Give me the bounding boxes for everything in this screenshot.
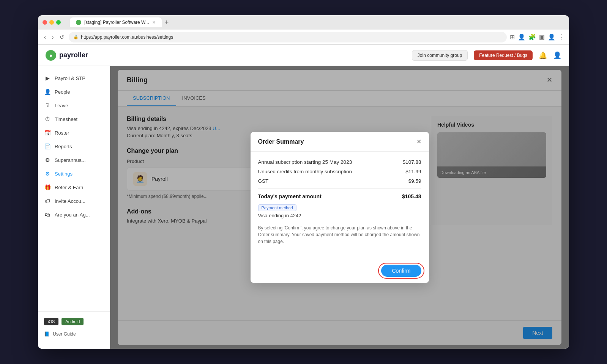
main-layout: ▶ Payroll & STP 👤 People 🗓 Leave ⏱ Times… — [38, 66, 569, 349]
address-bar[interactable]: 🔒 https://app.payroller.com.au/business/… — [69, 32, 507, 42]
sidebar-item-agent[interactable]: 🛍 Are you an Ag... — [38, 209, 110, 221]
sidebar-item-invite[interactable]: 🏷 Invite Accou... — [38, 195, 110, 207]
order-line-1-label: Unused credits from monthly subscription — [258, 169, 352, 174]
order-line-1: Unused credits from monthly subscription… — [258, 169, 421, 174]
user-menu-icon[interactable]: 👤 — [553, 51, 561, 60]
sidebar-item-payroll[interactable]: ▶ Payroll & STP — [38, 72, 110, 84]
sidebar-item-people[interactable]: 👤 People — [38, 86, 110, 98]
sidebar-item-reports[interactable]: 📄 Reports — [38, 140, 110, 152]
logo: ● payroller — [46, 50, 88, 61]
notification-icon[interactable]: 🔔 — [539, 51, 547, 60]
url-text: https://app.payroller.com.au/business/se… — [81, 35, 173, 40]
order-total-value: $105.48 — [402, 193, 421, 199]
order-line-0-value: $107.88 — [403, 159, 421, 165]
reports-icon: 📄 — [44, 143, 51, 149]
order-modal-title: Order Summary — [258, 138, 304, 145]
order-overlay: Order Summary ✕ Annual subscription star… — [110, 66, 569, 349]
extensions-icon[interactable]: ⊞ — [510, 33, 515, 41]
ios-badge[interactable]: iOS — [44, 318, 58, 325]
sidebar-item-refer[interactable]: 🎁 Refer & Earn — [38, 181, 110, 193]
tab-close-button[interactable]: ✕ — [152, 20, 156, 25]
lock-icon: 🔒 — [73, 35, 79, 39]
tab-title: [staging] Payroller Software W... — [84, 20, 149, 25]
tab-bar: [staging] Payroller Software W... ✕ + — [70, 17, 564, 27]
profile-icon[interactable]: 👤 — [518, 33, 525, 41]
people-icon: 👤 — [44, 89, 51, 95]
settings-icon: ⚙ — [44, 171, 51, 177]
app-content: ● payroller Join community group Feature… — [38, 45, 569, 349]
timesheet-icon: ⏱ — [44, 116, 51, 122]
sidebar-label-people: People — [55, 89, 70, 95]
order-modal-header: Order Summary ✕ — [251, 132, 429, 152]
sidebar-bottom: iOS Android 📘 User Guide — [38, 311, 110, 343]
order-line-1-value: -$11.99 — [404, 169, 421, 174]
confirm-button-wrapper: Confirm — [381, 265, 421, 277]
confirm-button[interactable]: Confirm — [381, 265, 421, 277]
invite-icon: 🏷 — [44, 198, 51, 204]
traffic-lights — [43, 20, 61, 25]
close-window-button[interactable] — [43, 20, 47, 25]
sidebar-item-super[interactable]: ⚙ Superannua... — [38, 154, 110, 166]
sidebar-label-roster: Roster — [55, 130, 69, 136]
order-total-label: Today's payment amount — [258, 193, 322, 199]
app-buttons: iOS Android — [38, 315, 110, 328]
sidebar-label-settings: Settings — [55, 171, 73, 177]
new-tab-button[interactable]: + — [165, 19, 169, 27]
order-divider — [258, 188, 421, 189]
logo-text: payroller — [59, 51, 88, 59]
address-bar-row: ‹ › ↺ 🔒 https://app.payroller.com.au/bus… — [38, 30, 569, 45]
browser-toolbar-icons: ⊞ 👤 🧩 ▣ 👤 ⋮ — [510, 33, 564, 41]
user-guide-link[interactable]: 📘 User Guide — [38, 328, 110, 340]
order-line-0: Annual subscription starting 25 May 2023… — [258, 159, 421, 165]
sidebar-toggle-icon[interactable]: ▣ — [539, 33, 545, 41]
maximize-window-button[interactable] — [56, 20, 61, 25]
order-modal-body: Annual subscription starting 25 May 2023… — [251, 152, 429, 260]
payment-method-value: Visa ending in 4242 — [258, 213, 421, 218]
order-line-2-label: GST — [258, 178, 269, 184]
android-badge[interactable]: Android — [61, 318, 84, 325]
community-button[interactable]: Join community group — [412, 50, 468, 61]
order-close-button[interactable]: ✕ — [416, 138, 421, 145]
app-header: ● payroller Join community group Feature… — [38, 45, 569, 66]
puzzle-icon[interactable]: 🧩 — [528, 33, 536, 41]
browser-window: [staging] Payroller Software W... ✕ + ‹ … — [38, 15, 569, 349]
sidebar-label-leave: Leave — [55, 103, 68, 108]
sidebar-label-refer: Refer & Earn — [55, 185, 83, 190]
payroll-icon: ▶ — [44, 75, 51, 81]
refresh-button[interactable]: ↺ — [58, 33, 66, 42]
logo-icon: ● — [46, 50, 56, 61]
account-icon[interactable]: 👤 — [548, 33, 555, 41]
order-line-0-label: Annual subscription starting 25 May 2023 — [258, 159, 352, 165]
sidebar-label-timesheet: Timesheet — [55, 116, 77, 122]
user-guide-icon: 📘 — [44, 331, 50, 337]
feature-request-button[interactable]: Feature Request / Bugs — [474, 50, 533, 60]
leave-icon: 🗓 — [44, 102, 51, 108]
sidebar-label-super: Superannua... — [55, 157, 86, 163]
agent-icon: 🛍 — [44, 212, 51, 218]
user-guide-label: User Guide — [53, 331, 76, 337]
refer-icon: 🎁 — [44, 184, 51, 190]
payment-method-section: Payment method Visa ending in 4242 — [258, 204, 421, 218]
back-button[interactable]: ‹ — [43, 33, 47, 42]
order-modal-footer: Confirm — [251, 260, 429, 283]
sidebar: ▶ Payroll & STP 👤 People 🗓 Leave ⏱ Times… — [38, 66, 110, 349]
minimize-window-button[interactable] — [49, 20, 54, 25]
sidebar-item-timesheet[interactable]: ⏱ Timesheet — [38, 113, 110, 125]
sidebar-label-reports: Reports — [55, 144, 72, 149]
tab-favicon — [76, 20, 81, 25]
order-line-2: GST $9.59 — [258, 178, 421, 184]
sidebar-label-invite: Invite Accou... — [55, 198, 85, 204]
menu-icon[interactable]: ⋮ — [558, 33, 564, 41]
title-bar: [staging] Payroller Software W... ✕ + — [38, 15, 569, 30]
order-total-line: Today's payment amount $105.48 — [258, 193, 421, 199]
forward-button[interactable]: › — [50, 33, 55, 42]
order-disclaimer: By selecting 'Confirm', you agree to cha… — [258, 224, 421, 245]
browser-tab[interactable]: [staging] Payroller Software W... ✕ — [70, 17, 162, 27]
sidebar-item-leave[interactable]: 🗓 Leave — [38, 99, 110, 111]
sidebar-label-agent: Are you an Ag... — [55, 212, 90, 218]
sidebar-item-roster[interactable]: 📅 Roster — [38, 127, 110, 139]
page-content: Settings Billing ✕ SUBSCRIPTION — [110, 66, 569, 349]
sidebar-item-settings[interactable]: ⚙ Settings — [38, 168, 110, 180]
roster-icon: 📅 — [44, 130, 51, 136]
order-line-2-value: $9.59 — [408, 178, 421, 184]
